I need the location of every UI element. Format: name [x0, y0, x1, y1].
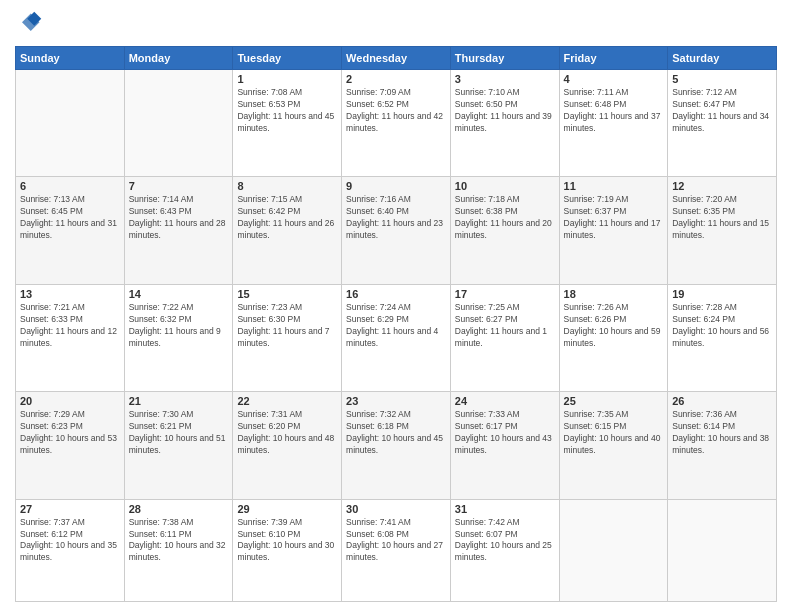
calendar-cell: 31Sunrise: 7:42 AM Sunset: 6:07 PM Dayli… — [450, 499, 559, 601]
calendar-cell: 15Sunrise: 7:23 AM Sunset: 6:30 PM Dayli… — [233, 284, 342, 391]
calendar-cell: 1Sunrise: 7:08 AM Sunset: 6:53 PM Daylig… — [233, 70, 342, 177]
calendar-cell — [16, 70, 125, 177]
day-number: 28 — [129, 503, 229, 515]
header — [15, 10, 777, 38]
day-info: Sunrise: 7:42 AM Sunset: 6:07 PM Dayligh… — [455, 517, 555, 565]
day-number: 20 — [20, 395, 120, 407]
day-info: Sunrise: 7:19 AM Sunset: 6:37 PM Dayligh… — [564, 194, 664, 242]
calendar-cell: 18Sunrise: 7:26 AM Sunset: 6:26 PM Dayli… — [559, 284, 668, 391]
day-number: 30 — [346, 503, 446, 515]
day-info: Sunrise: 7:25 AM Sunset: 6:27 PM Dayligh… — [455, 302, 555, 350]
day-number: 13 — [20, 288, 120, 300]
calendar-cell: 8Sunrise: 7:15 AM Sunset: 6:42 PM Daylig… — [233, 177, 342, 284]
weekday-header-saturday: Saturday — [668, 47, 777, 70]
week-row-5: 27Sunrise: 7:37 AM Sunset: 6:12 PM Dayli… — [16, 499, 777, 601]
day-number: 22 — [237, 395, 337, 407]
weekday-header-row: SundayMondayTuesdayWednesdayThursdayFrid… — [16, 47, 777, 70]
weekday-header-monday: Monday — [124, 47, 233, 70]
calendar-cell: 14Sunrise: 7:22 AM Sunset: 6:32 PM Dayli… — [124, 284, 233, 391]
day-info: Sunrise: 7:15 AM Sunset: 6:42 PM Dayligh… — [237, 194, 337, 242]
calendar-cell: 25Sunrise: 7:35 AM Sunset: 6:15 PM Dayli… — [559, 392, 668, 499]
day-number: 4 — [564, 73, 664, 85]
day-number: 15 — [237, 288, 337, 300]
calendar-cell: 20Sunrise: 7:29 AM Sunset: 6:23 PM Dayli… — [16, 392, 125, 499]
day-info: Sunrise: 7:39 AM Sunset: 6:10 PM Dayligh… — [237, 517, 337, 565]
day-info: Sunrise: 7:24 AM Sunset: 6:29 PM Dayligh… — [346, 302, 446, 350]
week-row-3: 13Sunrise: 7:21 AM Sunset: 6:33 PM Dayli… — [16, 284, 777, 391]
day-info: Sunrise: 7:14 AM Sunset: 6:43 PM Dayligh… — [129, 194, 229, 242]
day-number: 25 — [564, 395, 664, 407]
day-number: 10 — [455, 180, 555, 192]
calendar-cell: 19Sunrise: 7:28 AM Sunset: 6:24 PM Dayli… — [668, 284, 777, 391]
weekday-header-friday: Friday — [559, 47, 668, 70]
day-info: Sunrise: 7:21 AM Sunset: 6:33 PM Dayligh… — [20, 302, 120, 350]
calendar-cell: 21Sunrise: 7:30 AM Sunset: 6:21 PM Dayli… — [124, 392, 233, 499]
day-info: Sunrise: 7:38 AM Sunset: 6:11 PM Dayligh… — [129, 517, 229, 565]
calendar-cell — [124, 70, 233, 177]
calendar-cell: 12Sunrise: 7:20 AM Sunset: 6:35 PM Dayli… — [668, 177, 777, 284]
day-info: Sunrise: 7:30 AM Sunset: 6:21 PM Dayligh… — [129, 409, 229, 457]
calendar-cell: 5Sunrise: 7:12 AM Sunset: 6:47 PM Daylig… — [668, 70, 777, 177]
weekday-header-thursday: Thursday — [450, 47, 559, 70]
calendar-cell: 9Sunrise: 7:16 AM Sunset: 6:40 PM Daylig… — [342, 177, 451, 284]
day-number: 23 — [346, 395, 446, 407]
weekday-header-sunday: Sunday — [16, 47, 125, 70]
calendar-cell — [668, 499, 777, 601]
calendar-cell: 29Sunrise: 7:39 AM Sunset: 6:10 PM Dayli… — [233, 499, 342, 601]
day-number: 6 — [20, 180, 120, 192]
calendar-cell: 13Sunrise: 7:21 AM Sunset: 6:33 PM Dayli… — [16, 284, 125, 391]
page: SundayMondayTuesdayWednesdayThursdayFrid… — [0, 0, 792, 612]
day-info: Sunrise: 7:23 AM Sunset: 6:30 PM Dayligh… — [237, 302, 337, 350]
day-number: 24 — [455, 395, 555, 407]
day-info: Sunrise: 7:18 AM Sunset: 6:38 PM Dayligh… — [455, 194, 555, 242]
day-number: 8 — [237, 180, 337, 192]
calendar-cell: 27Sunrise: 7:37 AM Sunset: 6:12 PM Dayli… — [16, 499, 125, 601]
day-info: Sunrise: 7:11 AM Sunset: 6:48 PM Dayligh… — [564, 87, 664, 135]
calendar-cell: 16Sunrise: 7:24 AM Sunset: 6:29 PM Dayli… — [342, 284, 451, 391]
day-info: Sunrise: 7:09 AM Sunset: 6:52 PM Dayligh… — [346, 87, 446, 135]
day-number: 7 — [129, 180, 229, 192]
day-number: 31 — [455, 503, 555, 515]
calendar-cell: 11Sunrise: 7:19 AM Sunset: 6:37 PM Dayli… — [559, 177, 668, 284]
day-number: 9 — [346, 180, 446, 192]
day-info: Sunrise: 7:22 AM Sunset: 6:32 PM Dayligh… — [129, 302, 229, 350]
day-info: Sunrise: 7:29 AM Sunset: 6:23 PM Dayligh… — [20, 409, 120, 457]
day-number: 3 — [455, 73, 555, 85]
day-info: Sunrise: 7:41 AM Sunset: 6:08 PM Dayligh… — [346, 517, 446, 565]
calendar-cell: 24Sunrise: 7:33 AM Sunset: 6:17 PM Dayli… — [450, 392, 559, 499]
day-info: Sunrise: 7:36 AM Sunset: 6:14 PM Dayligh… — [672, 409, 772, 457]
day-info: Sunrise: 7:37 AM Sunset: 6:12 PM Dayligh… — [20, 517, 120, 565]
calendar-cell: 10Sunrise: 7:18 AM Sunset: 6:38 PM Dayli… — [450, 177, 559, 284]
day-number: 12 — [672, 180, 772, 192]
day-number: 14 — [129, 288, 229, 300]
calendar-cell: 2Sunrise: 7:09 AM Sunset: 6:52 PM Daylig… — [342, 70, 451, 177]
weekday-header-tuesday: Tuesday — [233, 47, 342, 70]
day-number: 27 — [20, 503, 120, 515]
day-number: 16 — [346, 288, 446, 300]
week-row-4: 20Sunrise: 7:29 AM Sunset: 6:23 PM Dayli… — [16, 392, 777, 499]
day-info: Sunrise: 7:31 AM Sunset: 6:20 PM Dayligh… — [237, 409, 337, 457]
day-info: Sunrise: 7:28 AM Sunset: 6:24 PM Dayligh… — [672, 302, 772, 350]
calendar-cell: 6Sunrise: 7:13 AM Sunset: 6:45 PM Daylig… — [16, 177, 125, 284]
logo — [15, 10, 47, 38]
day-info: Sunrise: 7:32 AM Sunset: 6:18 PM Dayligh… — [346, 409, 446, 457]
day-info: Sunrise: 7:13 AM Sunset: 6:45 PM Dayligh… — [20, 194, 120, 242]
calendar-cell: 22Sunrise: 7:31 AM Sunset: 6:20 PM Dayli… — [233, 392, 342, 499]
day-info: Sunrise: 7:12 AM Sunset: 6:47 PM Dayligh… — [672, 87, 772, 135]
day-info: Sunrise: 7:35 AM Sunset: 6:15 PM Dayligh… — [564, 409, 664, 457]
day-number: 18 — [564, 288, 664, 300]
week-row-1: 1Sunrise: 7:08 AM Sunset: 6:53 PM Daylig… — [16, 70, 777, 177]
day-info: Sunrise: 7:33 AM Sunset: 6:17 PM Dayligh… — [455, 409, 555, 457]
calendar-cell: 30Sunrise: 7:41 AM Sunset: 6:08 PM Dayli… — [342, 499, 451, 601]
calendar-cell: 26Sunrise: 7:36 AM Sunset: 6:14 PM Dayli… — [668, 392, 777, 499]
calendar-cell: 23Sunrise: 7:32 AM Sunset: 6:18 PM Dayli… — [342, 392, 451, 499]
day-info: Sunrise: 7:16 AM Sunset: 6:40 PM Dayligh… — [346, 194, 446, 242]
calendar-cell: 28Sunrise: 7:38 AM Sunset: 6:11 PM Dayli… — [124, 499, 233, 601]
day-number: 19 — [672, 288, 772, 300]
day-number: 11 — [564, 180, 664, 192]
calendar-cell: 3Sunrise: 7:10 AM Sunset: 6:50 PM Daylig… — [450, 70, 559, 177]
day-info: Sunrise: 7:26 AM Sunset: 6:26 PM Dayligh… — [564, 302, 664, 350]
day-number: 1 — [237, 73, 337, 85]
weekday-header-wednesday: Wednesday — [342, 47, 451, 70]
logo-icon — [15, 10, 43, 38]
